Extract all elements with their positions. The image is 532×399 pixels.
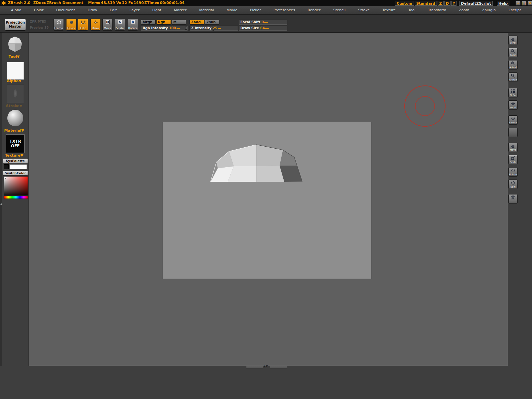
d-button[interactable]: D bbox=[444, 1, 451, 6]
quick-button[interactable]: Quick bbox=[66, 19, 76, 31]
switchcolor-button[interactable]: SwitchColor bbox=[3, 171, 28, 176]
draw-crosshair-icon bbox=[93, 20, 98, 26]
move-mode-button[interactable]: M Move bbox=[102, 19, 113, 31]
menu-marker[interactable]: Marker bbox=[174, 8, 187, 12]
rotate-canvas-label: Rotate bbox=[509, 174, 517, 176]
move-canvas-button[interactable]: Move bbox=[508, 143, 518, 152]
quick-label: Quick bbox=[67, 27, 75, 30]
zadd-button[interactable]: Zadd bbox=[190, 20, 204, 25]
frame-button[interactable]: Frame bbox=[54, 19, 64, 31]
zdoc-label: ZDoc▶ZBrush Document bbox=[33, 1, 83, 5]
brush-cursor-inner-ring bbox=[415, 96, 435, 116]
local-button[interactable]: Local bbox=[508, 100, 518, 110]
primary-color-swatch[interactable] bbox=[9, 164, 27, 169]
menu-tool[interactable]: Tool bbox=[408, 8, 415, 12]
point-select-grid-icon bbox=[510, 89, 516, 93]
menu-preferences[interactable]: Preferences bbox=[273, 8, 295, 12]
menu-color[interactable]: Color bbox=[34, 8, 44, 12]
collapse-left-icon[interactable]: ◀ bbox=[0, 203, 2, 205]
current-tool-thumbnail[interactable] bbox=[6, 35, 24, 54]
texture-popup-label[interactable]: Texture▼ bbox=[0, 153, 28, 158]
hue-strip[interactable] bbox=[4, 196, 28, 199]
zoom-label: Zoom bbox=[510, 54, 516, 57]
frame-label: Frame bbox=[54, 27, 63, 30]
z-intensity-handle[interactable] bbox=[212, 30, 214, 31]
m-button[interactable]: M bbox=[172, 20, 186, 25]
menu-render[interactable]: Render bbox=[308, 8, 321, 12]
move-label: Move bbox=[104, 27, 111, 30]
color-picker-gradient[interactable] bbox=[4, 176, 28, 196]
set-pivot-icon bbox=[510, 116, 516, 121]
scale-mode-button[interactable]: S Scale bbox=[115, 19, 125, 31]
mrgb-button[interactable]: Mrgb bbox=[141, 20, 156, 25]
spin-button[interactable]: Spin bbox=[508, 180, 518, 189]
rgb-intensity-handle[interactable] bbox=[185, 27, 187, 30]
snapshot-button[interactable] bbox=[508, 194, 518, 203]
minimize-icon[interactable]: ↓ bbox=[515, 1, 521, 6]
close-icon[interactable]: × bbox=[527, 1, 532, 6]
tool-popup-label[interactable]: Tool▼ bbox=[0, 55, 28, 59]
s-pivot-button[interactable]: S.Pivot bbox=[508, 115, 518, 125]
z-button[interactable]: Z bbox=[438, 1, 444, 6]
focal-shift-slider[interactable]: Focal Shift 0 bbox=[239, 20, 287, 25]
current-stroke-thumbnail bbox=[7, 84, 24, 103]
bottom-tray-arrows-icon[interactable]: ▲▼ bbox=[263, 365, 268, 368]
menu-movie[interactable]: Movie bbox=[226, 8, 237, 12]
bottom-divider-left-handle[interactable] bbox=[246, 366, 263, 368]
pt-sel-button[interactable]: Pt Sel bbox=[508, 88, 518, 97]
actual-button[interactable]: Actual bbox=[508, 60, 518, 69]
canvas-area[interactable] bbox=[28, 33, 508, 366]
aahalf-button[interactable]: AAHalf bbox=[508, 72, 518, 82]
menu-draw[interactable]: Draw bbox=[87, 8, 97, 12]
bottom-divider-right-handle[interactable] bbox=[270, 366, 287, 368]
menu-light[interactable]: Light bbox=[152, 8, 161, 12]
material-popup-label[interactable]: Material▼ bbox=[0, 128, 28, 133]
draw-button[interactable]: Draw bbox=[90, 19, 101, 31]
rgb-button[interactable]: Rgb bbox=[156, 20, 171, 25]
projection-master-button[interactable]: Projection Master bbox=[5, 19, 26, 31]
current-material-sphere[interactable] bbox=[7, 110, 23, 126]
menu-transform[interactable]: Transform bbox=[428, 8, 446, 12]
rgb-intensity-value: 100 bbox=[169, 26, 180, 30]
rotate-mode-button[interactable]: R Rotate bbox=[128, 19, 138, 31]
current-alpha-thumbnail[interactable] bbox=[7, 62, 24, 80]
local-transform-icon bbox=[510, 101, 516, 106]
alpha-popup-label[interactable]: Alpha▼ bbox=[0, 79, 28, 83]
ztime-label: ZTime▶00:00:01.04 bbox=[144, 1, 185, 5]
menu-zscript[interactable]: Zscript bbox=[508, 8, 521, 12]
menu-stroke[interactable]: Stroke bbox=[358, 8, 370, 12]
custom-ui-button[interactable]: Custom bbox=[395, 1, 414, 6]
maximize-icon[interactable]: □ bbox=[521, 1, 527, 6]
draw-size-value: 64 bbox=[260, 26, 269, 30]
scroll-button[interactable]: Scroll bbox=[508, 36, 518, 45]
zsub-button[interactable]: Zsub bbox=[205, 20, 219, 25]
help-button[interactable]: Help bbox=[497, 1, 509, 6]
menu-stencil[interactable]: Stencil bbox=[333, 8, 345, 12]
z-intensity-value: 25 bbox=[212, 26, 221, 30]
standard-ui-button[interactable]: Standard bbox=[415, 1, 437, 6]
syspalette-button[interactable]: SysPalette bbox=[3, 158, 28, 163]
texture-off-thumbnail[interactable]: TXTR OFF bbox=[6, 134, 25, 153]
menu-document[interactable]: Document bbox=[56, 8, 75, 12]
zoom-button[interactable]: Zoom bbox=[508, 48, 518, 57]
rgb-intensity-slider[interactable]: Rgb Intensity 100 bbox=[141, 26, 188, 31]
secondary-color-swatch[interactable] bbox=[4, 164, 9, 169]
rotate-canvas-button[interactable]: Rotate bbox=[508, 167, 518, 177]
menu-zoom[interactable]: Zoom bbox=[459, 8, 469, 12]
menu-picker[interactable]: Picker bbox=[250, 8, 261, 12]
z-intensity-slider[interactable]: Z Intensity 25 bbox=[190, 26, 238, 31]
default-zscript-button[interactable]: DefaultZScript bbox=[459, 1, 492, 6]
scale-canvas-button[interactable]: Scale bbox=[508, 155, 518, 164]
menu-alpha[interactable]: Alpha bbox=[11, 8, 21, 12]
menu-texture[interactable]: Texture bbox=[382, 8, 396, 12]
polysphere-model[interactable] bbox=[163, 122, 371, 279]
menu-material[interactable]: Material bbox=[199, 8, 214, 12]
zbrush-document[interactable] bbox=[163, 122, 371, 279]
menu-zplugin[interactable]: Zplugin bbox=[482, 8, 496, 12]
draw-size-slider[interactable]: Draw Size 64 bbox=[239, 26, 287, 31]
left-tray-divider[interactable]: ◀ bbox=[0, 33, 2, 366]
help-question-button[interactable]: ? bbox=[451, 1, 457, 6]
menu-layer[interactable]: Layer bbox=[129, 8, 140, 12]
menu-edit[interactable]: Edit bbox=[110, 8, 117, 12]
edit-button[interactable]: Edit bbox=[78, 19, 88, 31]
